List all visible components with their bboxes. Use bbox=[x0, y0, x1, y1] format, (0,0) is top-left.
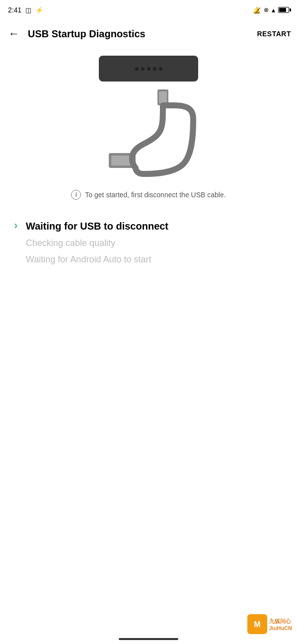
usb-cable-illustration bbox=[94, 80, 203, 184]
hub-dots bbox=[135, 67, 162, 71]
battery-icon bbox=[278, 7, 289, 13]
illustration-area: i To get started, first disconnect the U… bbox=[0, 48, 297, 210]
hub-dot-4 bbox=[153, 67, 156, 71]
mute-icon: 🔔̸ bbox=[253, 6, 261, 14]
toolbar: ← USB Startup Diagnostics RESTART bbox=[0, 20, 297, 48]
page-title: USB Startup Diagnostics bbox=[28, 28, 255, 40]
info-icon: i bbox=[71, 190, 81, 200]
step-label-android-auto: Waiting for Android Auto to start bbox=[26, 254, 151, 265]
active-indicator-icon: › bbox=[14, 220, 17, 231]
svg-rect-3 bbox=[159, 91, 167, 103]
watermark-logo-icon: M bbox=[247, 614, 267, 634]
watermark-text: 九狐问心 JiuHuCN bbox=[269, 618, 292, 631]
hub-dot-3 bbox=[147, 67, 150, 71]
info-message: i To get started, first disconnect the U… bbox=[55, 184, 241, 206]
step-label-cable-quality: Checking cable quality bbox=[26, 238, 115, 248]
status-icons: 🔔̸ ⊗ ▴ bbox=[253, 6, 289, 14]
step-item-disconnect: › Waiting for USB to disconnect bbox=[12, 218, 285, 235]
flash-icon: ⚡ bbox=[35, 6, 43, 14]
back-arrow-icon: ← bbox=[8, 27, 19, 40]
hub-dot-2 bbox=[141, 67, 145, 71]
minus-circle-icon: ⊗ bbox=[264, 6, 269, 13]
step-indicator-pending-2 bbox=[12, 255, 20, 263]
status-time-area: 2:41 ◫ ⚡ bbox=[8, 6, 43, 14]
status-time: 2:41 bbox=[8, 6, 21, 14]
step-item-android-auto: Waiting for Android Auto to start bbox=[12, 251, 285, 268]
home-indicator bbox=[119, 638, 178, 640]
status-bar: 2:41 ◫ ⚡ 🔔̸ ⊗ ▴ bbox=[0, 0, 297, 20]
step-label-disconnect: Waiting for USB to disconnect bbox=[26, 221, 168, 232]
hub-dot-1 bbox=[135, 67, 139, 71]
step-item-cable-quality: Checking cable quality bbox=[12, 235, 285, 251]
info-text: To get started, first disconnect the USB… bbox=[85, 191, 225, 199]
hub-dot-5 bbox=[159, 67, 162, 71]
usb-hub-device bbox=[99, 56, 198, 81]
svg-text:M: M bbox=[254, 620, 260, 629]
watermark: M 九狐问心 JiuHuCN bbox=[247, 614, 292, 634]
step-indicator-pending-1 bbox=[12, 239, 20, 247]
sim-icon: ◫ bbox=[25, 6, 31, 14]
restart-button[interactable]: RESTART bbox=[255, 26, 293, 42]
step-indicator-active: › bbox=[12, 222, 20, 230]
back-button[interactable]: ← bbox=[2, 22, 26, 46]
wifi-icon: ▴ bbox=[272, 6, 275, 14]
step-list: › Waiting for USB to disconnect Checking… bbox=[0, 210, 297, 276]
